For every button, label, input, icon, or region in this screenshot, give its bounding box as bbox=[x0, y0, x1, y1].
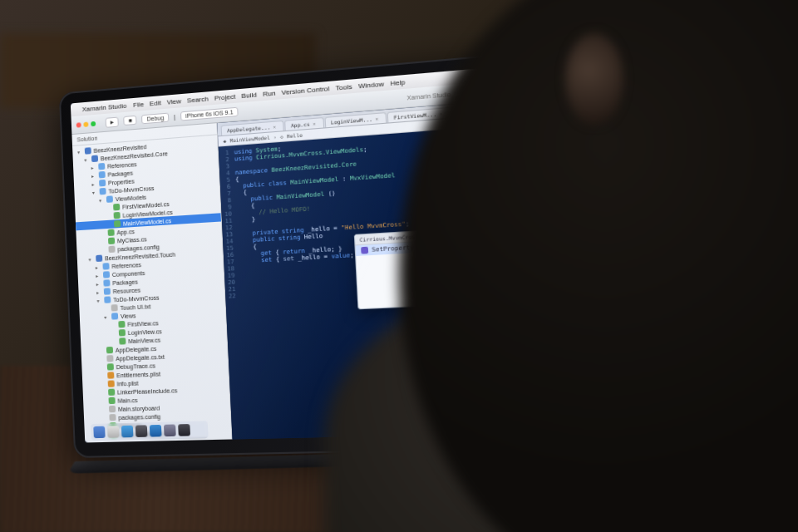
txt-icon bbox=[111, 304, 118, 311]
project-icon bbox=[96, 255, 102, 262]
cs-icon bbox=[106, 347, 113, 353]
dock-app-icon[interactable] bbox=[150, 425, 162, 437]
tree-label: FirstView.cs bbox=[127, 320, 158, 328]
disclosure-icon[interactable]: ▸ bbox=[96, 264, 101, 269]
disclosure-icon[interactable]: ▾ bbox=[96, 297, 101, 303]
close-icon[interactable] bbox=[76, 122, 81, 127]
folder-icon bbox=[103, 279, 110, 286]
txt-icon bbox=[109, 406, 116, 412]
breadcrumb-member[interactable]: Hello bbox=[287, 132, 303, 140]
disclosure-icon[interactable]: ▾ bbox=[92, 189, 97, 195]
cs-icon bbox=[108, 397, 115, 404]
menu-run[interactable]: Run bbox=[263, 89, 276, 98]
tree-label: AppDelegate.cs bbox=[116, 345, 157, 352]
tab-close-icon[interactable]: × bbox=[313, 121, 316, 127]
config-selector[interactable]: Debug bbox=[141, 113, 169, 125]
cs-icon bbox=[113, 204, 120, 211]
tree-label: Main.storyboard bbox=[118, 405, 160, 412]
tree-label: Resources bbox=[113, 287, 141, 294]
disclosure-icon[interactable]: ▾ bbox=[99, 197, 104, 203]
menu-tools[interactable]: Tools bbox=[335, 82, 352, 91]
tab-label: LoginViewM... bbox=[331, 116, 373, 126]
cs-icon bbox=[107, 363, 114, 370]
cs-icon bbox=[114, 220, 121, 228]
plist-icon bbox=[107, 372, 114, 378]
stop-button[interactable]: ■ bbox=[123, 116, 137, 126]
tree-label: Touch UI.txt bbox=[120, 303, 150, 311]
disclosure-icon[interactable]: ▾ bbox=[88, 256, 93, 262]
disclosure-icon[interactable]: ▸ bbox=[96, 280, 101, 286]
menu-view[interactable]: View bbox=[166, 97, 181, 106]
dock-app-icon[interactable] bbox=[164, 424, 176, 436]
cs-icon bbox=[108, 229, 115, 236]
txt-icon bbox=[108, 246, 115, 253]
disclosure-icon[interactable]: ▸ bbox=[96, 288, 101, 294]
menu-window[interactable]: Window bbox=[358, 80, 384, 90]
disclosure-icon[interactable]: ▾ bbox=[104, 313, 109, 319]
breadcrumb-class[interactable]: MainViewModel bbox=[229, 135, 270, 144]
menu-search[interactable]: Search bbox=[187, 95, 209, 104]
dock-app-icon[interactable] bbox=[107, 426, 119, 438]
folder-icon bbox=[99, 180, 106, 187]
menu-file[interactable]: File bbox=[133, 100, 144, 108]
cs-icon bbox=[108, 238, 115, 245]
disclosure-icon[interactable]: ▾ bbox=[77, 149, 82, 155]
folder-icon bbox=[103, 271, 110, 278]
folder-icon bbox=[111, 313, 118, 319]
cs-icon bbox=[119, 329, 126, 336]
tab-close-icon[interactable]: × bbox=[375, 116, 378, 122]
zoom-icon[interactable] bbox=[91, 121, 96, 126]
dock-app-icon[interactable] bbox=[121, 426, 134, 438]
folder-icon bbox=[104, 296, 111, 303]
method-icon bbox=[361, 247, 368, 254]
txt-icon bbox=[106, 355, 113, 362]
macos-dock[interactable] bbox=[91, 421, 208, 441]
tree-label: References bbox=[111, 262, 141, 269]
tree-label: App.cs bbox=[116, 229, 135, 235]
folder-icon bbox=[102, 263, 109, 269]
cs-icon bbox=[118, 321, 125, 328]
tree-label: LoginView.cs bbox=[128, 328, 162, 336]
menu-project[interactable]: Project bbox=[214, 92, 236, 101]
tab-close-icon[interactable]: × bbox=[273, 124, 276, 130]
folder-icon bbox=[99, 171, 106, 179]
tree-label: Components bbox=[112, 269, 145, 277]
solution-tree[interactable]: ▾BeezKneezRevisited▾BeezKneezRevisited.C… bbox=[72, 135, 231, 441]
minimize-icon[interactable] bbox=[83, 121, 88, 126]
window-controls[interactable] bbox=[76, 121, 96, 127]
tree-label: DebugTrace.cs bbox=[116, 362, 155, 370]
app-name[interactable]: Xamarin Studio bbox=[82, 101, 127, 112]
folder-icon bbox=[104, 288, 111, 294]
disclosure-icon[interactable]: ▸ bbox=[91, 180, 96, 186]
menu-edit[interactable]: Edit bbox=[150, 99, 161, 107]
disclosure-icon[interactable]: ▸ bbox=[96, 272, 101, 278]
menu-build[interactable]: Build bbox=[241, 91, 257, 100]
txt-icon bbox=[109, 414, 116, 421]
tree-label: MyClass.cs bbox=[117, 236, 147, 244]
code-text[interactable]: } bbox=[237, 216, 255, 224]
solution-explorer[interactable]: Solution ▾BeezKneezRevisited▾BeezKneezRe… bbox=[71, 123, 232, 442]
menu-help[interactable]: Help bbox=[390, 78, 405, 87]
tab-label: AppDelegate... bbox=[227, 124, 271, 133]
plist-icon bbox=[108, 380, 115, 387]
dock-app-icon[interactable] bbox=[135, 425, 148, 437]
tree-label: Info.plist bbox=[117, 380, 139, 387]
disclosure-icon[interactable]: ▸ bbox=[91, 172, 96, 178]
project-icon bbox=[91, 155, 98, 163]
cs-icon bbox=[108, 389, 115, 396]
cs-icon bbox=[119, 337, 126, 344]
run-button[interactable]: ▶ bbox=[106, 116, 119, 127]
dock-app-icon[interactable] bbox=[93, 426, 105, 439]
tree-label: AppDelegate.cs.txt bbox=[116, 353, 165, 361]
line-number: 22 bbox=[225, 293, 241, 300]
target-selector[interactable]: iPhone 6s iOS 9.1 bbox=[180, 107, 239, 121]
project-icon bbox=[85, 147, 91, 155]
dock-app-icon[interactable] bbox=[178, 424, 190, 436]
folder-icon bbox=[98, 163, 105, 170]
tree-label: Packages bbox=[107, 170, 133, 177]
breadcrumb-member-icon: ◇ bbox=[280, 133, 283, 139]
person-ear bbox=[565, 33, 623, 125]
disclosure-icon[interactable]: ▾ bbox=[84, 156, 89, 162]
disclosure-icon[interactable]: ▸ bbox=[91, 164, 96, 170]
menu-version-control[interactable]: Version Control bbox=[281, 84, 329, 96]
